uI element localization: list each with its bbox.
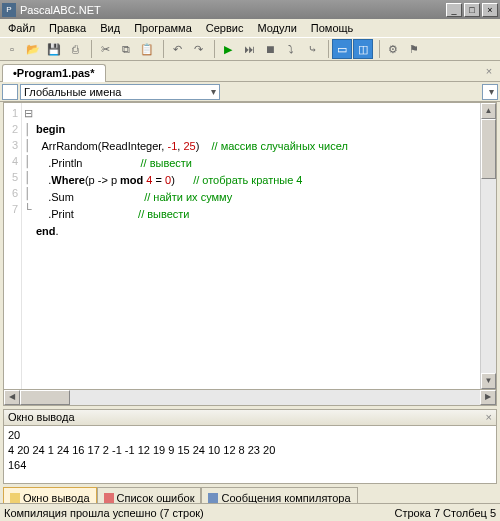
close-button[interactable]: × bbox=[482, 3, 498, 17]
scroll-down-icon[interactable]: ▼ bbox=[481, 373, 496, 389]
scroll-left-icon[interactable]: ◀ bbox=[4, 390, 20, 405]
keyword: begin bbox=[36, 123, 65, 135]
separator bbox=[325, 40, 329, 58]
paste-icon[interactable]: 📋 bbox=[137, 39, 157, 59]
step-into-icon[interactable]: ⤷ bbox=[302, 39, 322, 59]
scroll-thumb[interactable] bbox=[20, 390, 70, 405]
comment: // массив случайных чисел bbox=[212, 140, 348, 152]
layout2-icon[interactable]: ◫ bbox=[353, 39, 373, 59]
scope-dropdown[interactable]: Глобальные имена bbox=[20, 84, 220, 100]
window-title: PascalABC.NET bbox=[20, 4, 101, 16]
menu-help[interactable]: Помощь bbox=[305, 20, 360, 36]
scroll-thumb[interactable] bbox=[481, 119, 496, 179]
run-icon[interactable]: ▶ bbox=[218, 39, 238, 59]
separator bbox=[211, 40, 215, 58]
maximize-button[interactable]: □ bbox=[464, 3, 480, 17]
copy-icon[interactable]: ⧉ bbox=[116, 39, 136, 59]
separator bbox=[160, 40, 164, 58]
scope-button[interactable] bbox=[2, 84, 18, 100]
menu-edit[interactable]: Правка bbox=[43, 20, 92, 36]
scope-bar: Глобальные имена bbox=[0, 82, 500, 102]
status-message: Компиляция прошла успешно (7 строк) bbox=[4, 507, 204, 519]
redo-icon[interactable]: ↷ bbox=[188, 39, 208, 59]
step-icon[interactable]: ⏭ bbox=[239, 39, 259, 59]
separator bbox=[376, 40, 380, 58]
undo-icon[interactable]: ↶ bbox=[167, 39, 187, 59]
tools1-icon[interactable]: ⚙ bbox=[383, 39, 403, 59]
close-tab-icon[interactable]: × bbox=[482, 64, 496, 78]
stop-icon[interactable]: ⏹ bbox=[260, 39, 280, 59]
editor-tab-row: •Program1.pas* × bbox=[0, 61, 500, 82]
horizontal-scrollbar[interactable]: ◀ ▶ bbox=[3, 390, 497, 406]
save-all-icon[interactable]: ⎙ bbox=[65, 39, 85, 59]
code-editor[interactable]: 1234567 ⊟│││││└ begin ArrRandom(ReadInte… bbox=[3, 102, 497, 390]
status-bar: Компиляция прошла успешно (7 строк) Стро… bbox=[0, 503, 500, 521]
toolbar: ▫ 📂 💾 ⎙ ✂ ⧉ 📋 ↶ ↷ ▶ ⏭ ⏹ ⤵ ⤷ ▭ ◫ ⚙ ⚑ bbox=[0, 37, 500, 61]
file-tab[interactable]: •Program1.pas* bbox=[2, 64, 106, 82]
menu-service[interactable]: Сервис bbox=[200, 20, 250, 36]
step-over-icon[interactable]: ⤵ bbox=[281, 39, 301, 59]
vertical-scrollbar[interactable]: ▲ ▼ bbox=[480, 103, 496, 389]
minimize-button[interactable]: _ bbox=[446, 3, 462, 17]
layout1-icon[interactable]: ▭ bbox=[332, 39, 352, 59]
tools2-icon[interactable]: ⚑ bbox=[404, 39, 424, 59]
open-file-icon[interactable]: 📂 bbox=[23, 39, 43, 59]
fold-gutter[interactable]: ⊟│││││└ bbox=[22, 103, 34, 389]
app-icon: P bbox=[2, 3, 16, 17]
menu-view[interactable]: Вид bbox=[94, 20, 126, 36]
menu-program[interactable]: Программа bbox=[128, 20, 198, 36]
output-pane-title: Окно вывода × bbox=[3, 409, 497, 426]
menu-file[interactable]: Файл bbox=[2, 20, 41, 36]
close-pane-icon[interactable]: × bbox=[486, 411, 492, 424]
scroll-right-icon[interactable]: ▶ bbox=[480, 390, 496, 405]
title-bar: P PascalABC.NET _ □ × bbox=[0, 0, 500, 19]
nav-dropdown[interactable] bbox=[482, 84, 498, 100]
output-pane[interactable]: 20 4 20 24 1 24 16 17 2 -1 -1 12 19 9 15… bbox=[3, 426, 497, 484]
save-icon[interactable]: 💾 bbox=[44, 39, 64, 59]
scroll-up-icon[interactable]: ▲ bbox=[481, 103, 496, 119]
cut-icon[interactable]: ✂ bbox=[95, 39, 115, 59]
menu-modules[interactable]: Модули bbox=[251, 20, 302, 36]
new-file-icon[interactable]: ▫ bbox=[2, 39, 22, 59]
separator bbox=[88, 40, 92, 58]
code-area[interactable]: begin ArrRandom(ReadInteger, -1, 25) // … bbox=[34, 103, 480, 389]
line-gutter: 1234567 bbox=[4, 103, 22, 389]
menu-bar: Файл Правка Вид Программа Сервис Модули … bbox=[0, 19, 500, 37]
cursor-position: Строка 7 Столбец 5 bbox=[394, 507, 496, 519]
